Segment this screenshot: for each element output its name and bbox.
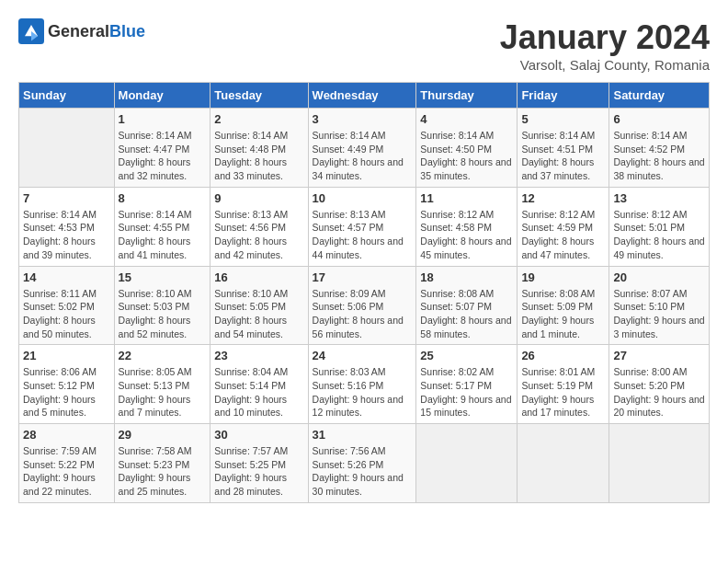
day-detail: Sunrise: 8:04 AMSunset: 5:14 PMDaylight:… <box>214 365 303 419</box>
day-number: 26 <box>521 349 605 362</box>
day-number: 13 <box>613 191 705 205</box>
day-number: 27 <box>613 349 705 362</box>
day-number: 23 <box>214 349 303 362</box>
day-number: 18 <box>420 270 513 284</box>
calendar-cell: 20Sunrise: 8:07 AMSunset: 5:10 PMDayligh… <box>609 266 710 345</box>
day-detail: Sunrise: 8:08 AMSunset: 5:09 PMDaylight:… <box>521 287 605 341</box>
day-detail: Sunrise: 7:57 AMSunset: 5:25 PMDaylight:… <box>214 444 303 499</box>
weekday-header-wednesday: Wednesday <box>308 83 416 109</box>
day-detail: Sunrise: 8:12 AMSunset: 4:58 PMDaylight:… <box>420 208 513 262</box>
calendar-cell <box>416 424 518 503</box>
day-number: 9 <box>214 191 303 205</box>
calendar-cell: 18Sunrise: 8:08 AMSunset: 5:07 PMDayligh… <box>416 266 518 345</box>
logo: GeneralBlue <box>18 18 145 44</box>
day-detail: Sunrise: 7:59 AMSunset: 5:22 PMDaylight:… <box>23 444 110 499</box>
day-detail: Sunrise: 8:14 AMSunset: 4:55 PMDaylight:… <box>119 208 207 262</box>
calendar-cell: 10Sunrise: 8:13 AMSunset: 4:57 PMDayligh… <box>308 187 416 266</box>
month-title: January 2024 <box>500 18 710 57</box>
day-number: 3 <box>313 112 413 126</box>
calendar-cell: 3Sunrise: 8:14 AMSunset: 4:49 PMDaylight… <box>308 109 416 188</box>
day-number: 31 <box>313 428 413 442</box>
day-number: 1 <box>119 112 207 126</box>
calendar-cell: 25Sunrise: 8:02 AMSunset: 5:17 PMDayligh… <box>416 345 518 424</box>
calendar-cell: 17Sunrise: 8:09 AMSunset: 5:06 PMDayligh… <box>308 266 416 345</box>
weekday-header-tuesday: Tuesday <box>210 83 308 109</box>
title-area: January 2024 Varsolt, Salaj County, Roma… <box>500 18 710 73</box>
day-detail: Sunrise: 8:13 AMSunset: 4:56 PMDaylight:… <box>214 208 303 262</box>
day-detail: Sunrise: 8:01 AMSunset: 5:19 PMDaylight:… <box>521 365 605 419</box>
day-number: 20 <box>613 270 705 284</box>
day-detail: Sunrise: 7:56 AMSunset: 5:26 PMDaylight:… <box>313 444 413 499</box>
calendar-cell: 26Sunrise: 8:01 AMSunset: 5:19 PMDayligh… <box>518 345 609 424</box>
day-detail: Sunrise: 8:03 AMSunset: 5:16 PMDaylight:… <box>313 365 413 419</box>
day-detail: Sunrise: 8:11 AMSunset: 5:02 PMDaylight:… <box>23 287 110 341</box>
calendar-cell: 9Sunrise: 8:13 AMSunset: 4:56 PMDaylight… <box>210 187 308 266</box>
day-number: 7 <box>23 191 110 205</box>
day-number: 6 <box>613 112 705 126</box>
calendar-week-row: 21Sunrise: 8:06 AMSunset: 5:12 PMDayligh… <box>19 345 710 424</box>
calendar-cell: 24Sunrise: 8:03 AMSunset: 5:16 PMDayligh… <box>308 345 416 424</box>
day-detail: Sunrise: 8:14 AMSunset: 4:49 PMDaylight:… <box>313 129 413 183</box>
day-number: 10 <box>313 191 413 205</box>
day-detail: Sunrise: 8:14 AMSunset: 4:48 PMDaylight:… <box>214 129 303 183</box>
day-detail: Sunrise: 8:07 AMSunset: 5:10 PMDaylight:… <box>613 287 705 341</box>
day-detail: Sunrise: 8:08 AMSunset: 5:07 PMDaylight:… <box>420 287 513 341</box>
calendar-cell: 13Sunrise: 8:12 AMSunset: 5:01 PMDayligh… <box>609 187 710 266</box>
day-detail: Sunrise: 8:10 AMSunset: 5:03 PMDaylight:… <box>119 287 207 341</box>
weekday-header-saturday: Saturday <box>609 83 710 109</box>
calendar-cell: 30Sunrise: 7:57 AMSunset: 5:25 PMDayligh… <box>210 424 308 503</box>
calendar-cell <box>19 109 115 188</box>
day-number: 4 <box>420 112 513 126</box>
day-number: 29 <box>119 428 207 442</box>
logo-icon <box>18 18 44 44</box>
calendar-cell: 16Sunrise: 8:10 AMSunset: 5:05 PMDayligh… <box>210 266 308 345</box>
weekday-header-friday: Friday <box>518 83 609 109</box>
calendar-cell: 31Sunrise: 7:56 AMSunset: 5:26 PMDayligh… <box>308 424 416 503</box>
calendar-cell: 21Sunrise: 8:06 AMSunset: 5:12 PMDayligh… <box>19 345 115 424</box>
calendar-cell: 2Sunrise: 8:14 AMSunset: 4:48 PMDaylight… <box>210 109 308 188</box>
day-number: 11 <box>420 191 513 205</box>
calendar-week-row: 7Sunrise: 8:14 AMSunset: 4:53 PMDaylight… <box>19 187 710 266</box>
day-detail: Sunrise: 8:13 AMSunset: 4:57 PMDaylight:… <box>313 208 413 262</box>
calendar-table: SundayMondayTuesdayWednesdayThursdayFrid… <box>18 82 710 503</box>
day-detail: Sunrise: 7:58 AMSunset: 5:23 PMDaylight:… <box>119 444 207 499</box>
day-number: 14 <box>23 270 110 284</box>
day-detail: Sunrise: 8:02 AMSunset: 5:17 PMDaylight:… <box>420 365 513 419</box>
calendar-week-row: 1Sunrise: 8:14 AMSunset: 4:47 PMDaylight… <box>19 109 710 188</box>
weekday-header-row: SundayMondayTuesdayWednesdayThursdayFrid… <box>19 83 710 109</box>
day-detail: Sunrise: 8:05 AMSunset: 5:13 PMDaylight:… <box>119 365 207 419</box>
day-number: 12 <box>521 191 605 205</box>
calendar-cell: 5Sunrise: 8:14 AMSunset: 4:51 PMDaylight… <box>518 109 609 188</box>
calendar-cell: 7Sunrise: 8:14 AMSunset: 4:53 PMDaylight… <box>19 187 115 266</box>
calendar-cell: 11Sunrise: 8:12 AMSunset: 4:58 PMDayligh… <box>416 187 518 266</box>
calendar-week-row: 28Sunrise: 7:59 AMSunset: 5:22 PMDayligh… <box>19 424 710 503</box>
day-number: 22 <box>119 349 207 362</box>
day-detail: Sunrise: 8:14 AMSunset: 4:50 PMDaylight:… <box>420 129 513 183</box>
weekday-header-sunday: Sunday <box>19 83 115 109</box>
calendar-cell: 28Sunrise: 7:59 AMSunset: 5:22 PMDayligh… <box>19 424 115 503</box>
day-number: 30 <box>214 428 303 442</box>
weekday-header-monday: Monday <box>114 83 210 109</box>
day-detail: Sunrise: 8:10 AMSunset: 5:05 PMDaylight:… <box>214 287 303 341</box>
logo-blue: Blue <box>109 22 145 40</box>
calendar-cell <box>518 424 609 503</box>
calendar-cell: 15Sunrise: 8:10 AMSunset: 5:03 PMDayligh… <box>114 266 210 345</box>
calendar-cell: 14Sunrise: 8:11 AMSunset: 5:02 PMDayligh… <box>19 266 115 345</box>
day-detail: Sunrise: 8:14 AMSunset: 4:53 PMDaylight:… <box>23 208 110 262</box>
day-detail: Sunrise: 8:14 AMSunset: 4:47 PMDaylight:… <box>119 129 207 183</box>
day-detail: Sunrise: 8:00 AMSunset: 5:20 PMDaylight:… <box>613 365 705 419</box>
day-number: 17 <box>313 270 413 284</box>
calendar-cell: 27Sunrise: 8:00 AMSunset: 5:20 PMDayligh… <box>609 345 710 424</box>
day-detail: Sunrise: 8:14 AMSunset: 4:51 PMDaylight:… <box>521 129 605 183</box>
day-number: 15 <box>119 270 207 284</box>
calendar-cell: 6Sunrise: 8:14 AMSunset: 4:52 PMDaylight… <box>609 109 710 188</box>
calendar-cell: 12Sunrise: 8:12 AMSunset: 4:59 PMDayligh… <box>518 187 609 266</box>
day-detail: Sunrise: 8:12 AMSunset: 4:59 PMDaylight:… <box>521 208 605 262</box>
calendar-cell: 23Sunrise: 8:04 AMSunset: 5:14 PMDayligh… <box>210 345 308 424</box>
calendar-week-row: 14Sunrise: 8:11 AMSunset: 5:02 PMDayligh… <box>19 266 710 345</box>
location-subtitle: Varsolt, Salaj County, Romania <box>500 57 710 73</box>
calendar-cell <box>609 424 710 503</box>
calendar-cell: 29Sunrise: 7:58 AMSunset: 5:23 PMDayligh… <box>114 424 210 503</box>
calendar-cell: 19Sunrise: 8:08 AMSunset: 5:09 PMDayligh… <box>518 266 609 345</box>
day-number: 28 <box>23 428 110 442</box>
